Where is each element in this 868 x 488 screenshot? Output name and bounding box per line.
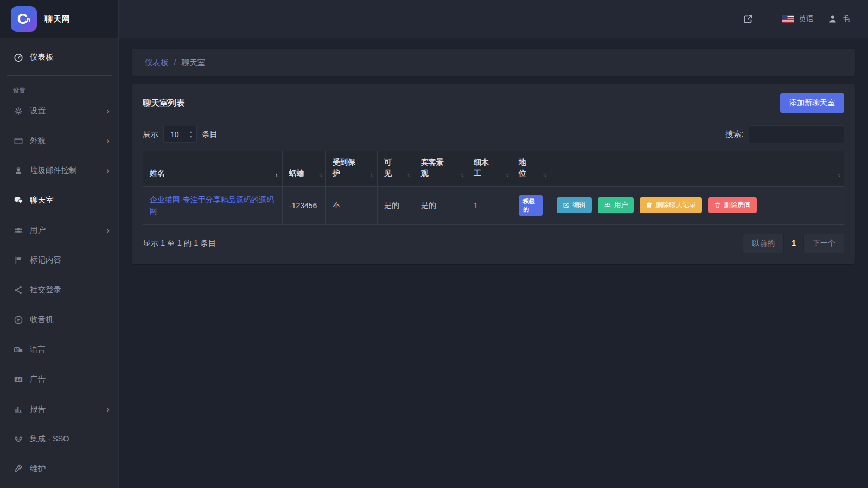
- brand-area: C n 聊天网: [0, 0, 119, 38]
- add-chatroom-button[interactable]: 添加新聊天室: [780, 93, 844, 113]
- ad-icon: Ad: [13, 375, 23, 384]
- cell-name: 企业猫网-专注于分享精品源码的源码网: [143, 186, 283, 224]
- sidebar-item-label: 用户: [30, 225, 100, 235]
- column-header-name[interactable]: 姓名↑↓: [143, 151, 283, 187]
- chevron-right-icon: ›: [106, 106, 110, 117]
- edit-icon: [563, 202, 570, 209]
- sidebar-item-label: 语言: [30, 344, 110, 355]
- select-arrows-icon: ▲▼: [189, 130, 193, 139]
- delete-room-button[interactable]: 删除房间: [708, 197, 757, 213]
- wrench-icon: [13, 464, 23, 474]
- users-button[interactable]: 用户: [598, 197, 634, 213]
- sidebar-item-label: 广告: [30, 374, 110, 384]
- table-header-row: 姓名↑↓ 蛞蝓↑↓ 受到保护↑↓ 可见↑↓ 宾客景观↑↓ 细木工↑↓ 地位↑↓ …: [143, 151, 844, 187]
- topbar: 英语 毛: [119, 0, 868, 38]
- table-footer: 显示 1 至 1 的 1 条目 以前的 1 下一个: [132, 225, 855, 264]
- sidebar-item-spam-control[interactable]: 垃圾邮件控制 ›: [0, 156, 118, 185]
- table-controls: 展示 10 ▲▼ 条目 搜索:: [132, 121, 855, 151]
- sidebar-item-users[interactable]: 用户 ›: [0, 215, 118, 245]
- sidebar-item-label: 维护: [30, 464, 110, 474]
- status-badge: 积极的: [519, 195, 543, 216]
- sort-icon: ↑↓: [837, 171, 840, 179]
- column-header-status[interactable]: 地位↑↓: [512, 151, 550, 187]
- pagination-previous[interactable]: 以前的: [743, 234, 784, 253]
- column-header-actions[interactable]: ↑↓: [550, 151, 844, 187]
- sidebar-item-label: 垃圾邮件控制: [30, 165, 100, 176]
- sort-icon: ↑↓: [318, 171, 322, 179]
- trash-icon: [646, 202, 653, 209]
- sidebar-item-label: 外貌: [30, 136, 100, 146]
- sidebar-section-label: 设置: [0, 79, 118, 96]
- breadcrumb-separator: /: [174, 58, 176, 67]
- breadcrumb-parent-link[interactable]: 仪表板: [145, 57, 169, 68]
- sort-icon: ↑↓: [459, 171, 463, 179]
- edit-button[interactable]: 编辑: [557, 197, 592, 213]
- sidebar-item-label: 仪表板: [30, 52, 110, 62]
- dashboard-icon: [13, 53, 23, 62]
- flag-icon: [13, 255, 23, 265]
- chatroom-link[interactable]: 企业猫网-专注于分享精品源码的源码网: [150, 195, 274, 215]
- sidebar-divider: [7, 75, 112, 76]
- svg-text:Ad: Ad: [16, 377, 21, 381]
- sort-icon: ↑↓: [542, 171, 546, 179]
- sidebar-item-social-login[interactable]: 社交登录: [0, 275, 118, 305]
- sidebar-item-label: 收音机: [30, 314, 110, 325]
- sort-icon: ↑↓: [275, 171, 278, 179]
- sidebar-item-radio[interactable]: 收音机: [0, 305, 118, 335]
- search-input[interactable]: [749, 125, 844, 143]
- delete-chat-log-button[interactable]: 删除聊天记录: [640, 197, 702, 213]
- sidebar-item-chatrooms[interactable]: 聊天室: [0, 185, 118, 215]
- trash-icon: [714, 202, 721, 209]
- bar-chart-icon: [13, 404, 23, 414]
- column-header-slug[interactable]: 蛞蝓↑↓: [283, 151, 326, 187]
- pagination: 以前的 1 下一个: [743, 234, 844, 253]
- sidebar-item-reports[interactable]: 报告 ›: [0, 394, 118, 424]
- search-control: 搜索:: [725, 125, 844, 143]
- cell-guest-view: 是的: [414, 186, 467, 224]
- sidebar-item-sso[interactable]: 集成 - SSO: [0, 424, 118, 454]
- sidebar-item-language[interactable]: A 语言: [0, 335, 118, 364]
- chevron-right-icon: ›: [106, 225, 110, 236]
- sidebar-item-maintenance[interactable]: 维护: [0, 454, 118, 484]
- card-header: 聊天室列表 添加新聊天室: [132, 84, 855, 121]
- sort-icon: ↑↓: [370, 171, 373, 179]
- pagination-page-1[interactable]: 1: [784, 234, 804, 253]
- sidebar-item-label: 集成 - SSO: [30, 434, 110, 444]
- pagination-next[interactable]: 下一个: [804, 234, 844, 253]
- sort-icon: ↑↓: [407, 171, 410, 179]
- chevron-right-icon: ›: [106, 404, 110, 415]
- sidebar-item-flagged-content[interactable]: 标记内容: [0, 245, 118, 275]
- cell-visible: 是的: [378, 186, 414, 224]
- chatrooms-table: 姓名↑↓ 蛞蝓↑↓ 受到保护↑↓ 可见↑↓ 宾客景观↑↓ 细木工↑↓ 地位↑↓ …: [143, 151, 844, 225]
- sidebar-item-appearance[interactable]: 外貌 ›: [0, 126, 118, 156]
- page-length-value: 10: [170, 130, 179, 139]
- cell-joinery: 1: [467, 186, 512, 224]
- language-switcher[interactable]: 英语: [782, 14, 814, 24]
- search-label: 搜索:: [725, 129, 743, 139]
- sidebar-item-label: 报告: [30, 404, 100, 414]
- sidebar-divider: [7, 487, 112, 487]
- column-header-joinery[interactable]: 细木工↑↓: [467, 151, 512, 187]
- user-icon: [828, 14, 838, 24]
- column-header-protected[interactable]: 受到保护↑↓: [326, 151, 378, 187]
- page-length-control: 展示 10 ▲▼ 条目: [143, 126, 218, 143]
- table-row: 企业猫网-专注于分享精品源码的源码网 -123456 不 是的 是的 1 积极的: [143, 186, 844, 224]
- table-info: 显示 1 至 1 的 1 条目: [143, 238, 216, 248]
- topbar-divider: [768, 10, 768, 28]
- logo-letter-small: n: [26, 16, 30, 24]
- sidebar-item-dashboard[interactable]: 仪表板: [0, 42, 118, 72]
- sort-icon: ↑↓: [505, 171, 508, 179]
- column-header-guest-view[interactable]: 宾客景观↑↓: [414, 151, 467, 187]
- sidebar-item-settings[interactable]: 设置 ›: [0, 96, 118, 126]
- sidebar-item-ads[interactable]: Ad 广告: [0, 364, 118, 394]
- users-icon: [13, 226, 23, 235]
- column-header-visible[interactable]: 可见↑↓: [378, 151, 414, 187]
- page-length-select[interactable]: 10 ▲▼: [163, 126, 197, 143]
- app-logo[interactable]: C n: [11, 6, 37, 32]
- external-link-icon[interactable]: [743, 14, 754, 24]
- user-menu[interactable]: 毛: [828, 14, 850, 24]
- main-content: 仪表板 / 聊天室 聊天室列表 添加新聊天室 展示 10 ▲▼ 条目 搜: [119, 38, 868, 488]
- app-title: 聊天网: [44, 14, 71, 24]
- play-circle-icon: [13, 315, 23, 325]
- gear-icon: [13, 106, 23, 116]
